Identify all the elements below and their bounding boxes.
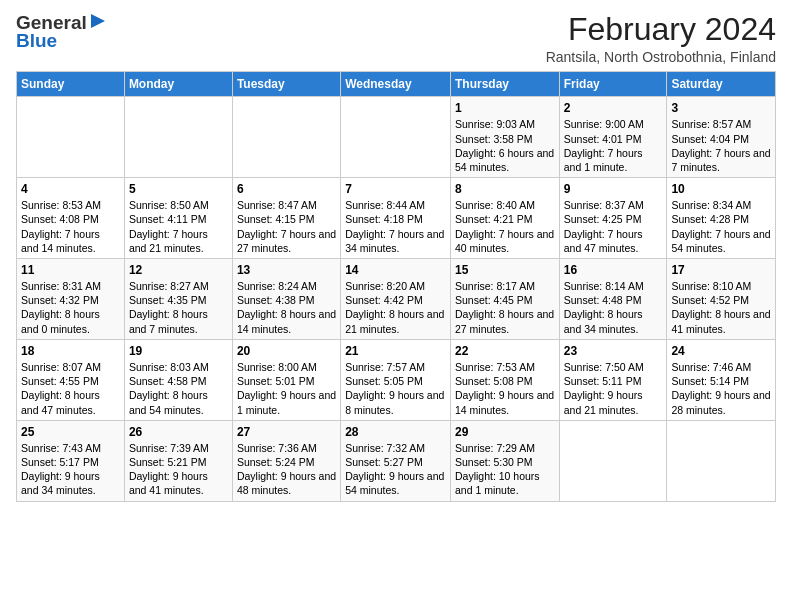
day-number: 21 bbox=[345, 343, 446, 359]
daylight-text: Daylight: 7 hours and 27 minutes. bbox=[237, 227, 336, 255]
sunset-text: Sunset: 4:52 PM bbox=[671, 293, 771, 307]
logo-blue-text: Blue bbox=[16, 30, 57, 52]
daylight-text: Daylight: 8 hours and 54 minutes. bbox=[129, 388, 228, 416]
daylight-text: Daylight: 8 hours and 0 minutes. bbox=[21, 307, 120, 335]
daylight-text: Daylight: 7 hours and 47 minutes. bbox=[564, 227, 663, 255]
calendar-cell: 8Sunrise: 8:40 AMSunset: 4:21 PMDaylight… bbox=[450, 178, 559, 259]
sunrise-text: Sunrise: 8:37 AM bbox=[564, 198, 663, 212]
sunrise-text: Sunrise: 7:36 AM bbox=[237, 441, 336, 455]
day-number: 13 bbox=[237, 262, 336, 278]
sunset-text: Sunset: 4:55 PM bbox=[21, 374, 120, 388]
sunrise-text: Sunrise: 8:14 AM bbox=[564, 279, 663, 293]
day-number: 8 bbox=[455, 181, 555, 197]
calendar-cell bbox=[17, 97, 125, 178]
sunrise-text: Sunrise: 9:00 AM bbox=[564, 117, 663, 131]
sunset-text: Sunset: 4:42 PM bbox=[345, 293, 446, 307]
sunrise-text: Sunrise: 8:27 AM bbox=[129, 279, 228, 293]
daylight-text: Daylight: 7 hours and 34 minutes. bbox=[345, 227, 446, 255]
day-number: 26 bbox=[129, 424, 228, 440]
sunset-text: Sunset: 5:08 PM bbox=[455, 374, 555, 388]
day-of-week-saturday: Saturday bbox=[667, 72, 776, 97]
calendar-table: SundayMondayTuesdayWednesdayThursdayFrid… bbox=[16, 71, 776, 501]
sunrise-text: Sunrise: 8:40 AM bbox=[455, 198, 555, 212]
sunrise-text: Sunrise: 8:03 AM bbox=[129, 360, 228, 374]
daylight-text: Daylight: 8 hours and 47 minutes. bbox=[21, 388, 120, 416]
sunset-text: Sunset: 5:27 PM bbox=[345, 455, 446, 469]
daylight-text: Daylight: 9 hours and 54 minutes. bbox=[345, 469, 446, 497]
sunset-text: Sunset: 5:01 PM bbox=[237, 374, 336, 388]
calendar-cell bbox=[341, 97, 451, 178]
calendar-cell: 6Sunrise: 8:47 AMSunset: 4:15 PMDaylight… bbox=[232, 178, 340, 259]
calendar-week-3: 11Sunrise: 8:31 AMSunset: 4:32 PMDayligh… bbox=[17, 258, 776, 339]
sunset-text: Sunset: 5:05 PM bbox=[345, 374, 446, 388]
day-number: 7 bbox=[345, 181, 446, 197]
daylight-text: Daylight: 7 hours and 7 minutes. bbox=[671, 146, 771, 174]
calendar-cell: 15Sunrise: 8:17 AMSunset: 4:45 PMDayligh… bbox=[450, 258, 559, 339]
calendar-cell: 1Sunrise: 9:03 AMSunset: 3:58 PMDaylight… bbox=[450, 97, 559, 178]
daylight-text: Daylight: 8 hours and 21 minutes. bbox=[345, 307, 446, 335]
sunset-text: Sunset: 4:28 PM bbox=[671, 212, 771, 226]
sunset-text: Sunset: 4:35 PM bbox=[129, 293, 228, 307]
calendar-cell: 11Sunrise: 8:31 AMSunset: 4:32 PMDayligh… bbox=[17, 258, 125, 339]
daylight-text: Daylight: 8 hours and 34 minutes. bbox=[564, 307, 663, 335]
sunrise-text: Sunrise: 8:00 AM bbox=[237, 360, 336, 374]
sunrise-text: Sunrise: 7:57 AM bbox=[345, 360, 446, 374]
calendar-cell: 10Sunrise: 8:34 AMSunset: 4:28 PMDayligh… bbox=[667, 178, 776, 259]
day-number: 28 bbox=[345, 424, 446, 440]
day-number: 23 bbox=[564, 343, 663, 359]
daylight-text: Daylight: 9 hours and 28 minutes. bbox=[671, 388, 771, 416]
calendar-cell: 13Sunrise: 8:24 AMSunset: 4:38 PMDayligh… bbox=[232, 258, 340, 339]
daylight-text: Daylight: 7 hours and 40 minutes. bbox=[455, 227, 555, 255]
calendar-cell: 27Sunrise: 7:36 AMSunset: 5:24 PMDayligh… bbox=[232, 420, 340, 501]
sunrise-text: Sunrise: 8:17 AM bbox=[455, 279, 555, 293]
sunrise-text: Sunrise: 8:44 AM bbox=[345, 198, 446, 212]
daylight-text: Daylight: 8 hours and 7 minutes. bbox=[129, 307, 228, 335]
day-number: 3 bbox=[671, 100, 771, 116]
daylight-text: Daylight: 9 hours and 1 minute. bbox=[237, 388, 336, 416]
sunset-text: Sunset: 5:21 PM bbox=[129, 455, 228, 469]
sunrise-text: Sunrise: 7:53 AM bbox=[455, 360, 555, 374]
calendar-cell: 28Sunrise: 7:32 AMSunset: 5:27 PMDayligh… bbox=[341, 420, 451, 501]
sunset-text: Sunset: 4:11 PM bbox=[129, 212, 228, 226]
daylight-text: Daylight: 10 hours and 1 minute. bbox=[455, 469, 555, 497]
day-of-week-friday: Friday bbox=[559, 72, 667, 97]
calendar-subtitle: Rantsila, North Ostrobothnia, Finland bbox=[546, 49, 776, 65]
calendar-cell: 21Sunrise: 7:57 AMSunset: 5:05 PMDayligh… bbox=[341, 339, 451, 420]
calendar-cell: 2Sunrise: 9:00 AMSunset: 4:01 PMDaylight… bbox=[559, 97, 667, 178]
daylight-text: Daylight: 9 hours and 14 minutes. bbox=[455, 388, 555, 416]
sunset-text: Sunset: 4:48 PM bbox=[564, 293, 663, 307]
sunrise-text: Sunrise: 9:03 AM bbox=[455, 117, 555, 131]
daylight-text: Daylight: 9 hours and 21 minutes. bbox=[564, 388, 663, 416]
sunrise-text: Sunrise: 7:39 AM bbox=[129, 441, 228, 455]
daylight-text: Daylight: 9 hours and 34 minutes. bbox=[21, 469, 120, 497]
calendar-cell: 3Sunrise: 8:57 AMSunset: 4:04 PMDaylight… bbox=[667, 97, 776, 178]
calendar-cell bbox=[559, 420, 667, 501]
day-number: 14 bbox=[345, 262, 446, 278]
sunset-text: Sunset: 4:58 PM bbox=[129, 374, 228, 388]
day-of-week-tuesday: Tuesday bbox=[232, 72, 340, 97]
day-number: 19 bbox=[129, 343, 228, 359]
calendar-cell: 29Sunrise: 7:29 AMSunset: 5:30 PMDayligh… bbox=[450, 420, 559, 501]
daylight-text: Daylight: 7 hours and 21 minutes. bbox=[129, 227, 228, 255]
sunrise-text: Sunrise: 8:24 AM bbox=[237, 279, 336, 293]
calendar-cell: 9Sunrise: 8:37 AMSunset: 4:25 PMDaylight… bbox=[559, 178, 667, 259]
daylight-text: Daylight: 8 hours and 14 minutes. bbox=[237, 307, 336, 335]
sunset-text: Sunset: 4:04 PM bbox=[671, 132, 771, 146]
logo: General Blue bbox=[16, 12, 107, 52]
sunrise-text: Sunrise: 7:29 AM bbox=[455, 441, 555, 455]
calendar-cell bbox=[124, 97, 232, 178]
daylight-text: Daylight: 8 hours and 27 minutes. bbox=[455, 307, 555, 335]
sunrise-text: Sunrise: 8:10 AM bbox=[671, 279, 771, 293]
sunrise-text: Sunrise: 7:50 AM bbox=[564, 360, 663, 374]
day-number: 18 bbox=[21, 343, 120, 359]
day-number: 12 bbox=[129, 262, 228, 278]
sunset-text: Sunset: 4:45 PM bbox=[455, 293, 555, 307]
calendar-cell: 19Sunrise: 8:03 AMSunset: 4:58 PMDayligh… bbox=[124, 339, 232, 420]
day-number: 2 bbox=[564, 100, 663, 116]
calendar-cell: 7Sunrise: 8:44 AMSunset: 4:18 PMDaylight… bbox=[341, 178, 451, 259]
sunrise-text: Sunrise: 8:07 AM bbox=[21, 360, 120, 374]
daylight-text: Daylight: 8 hours and 41 minutes. bbox=[671, 307, 771, 335]
day-number: 9 bbox=[564, 181, 663, 197]
calendar-cell: 20Sunrise: 8:00 AMSunset: 5:01 PMDayligh… bbox=[232, 339, 340, 420]
day-number: 20 bbox=[237, 343, 336, 359]
